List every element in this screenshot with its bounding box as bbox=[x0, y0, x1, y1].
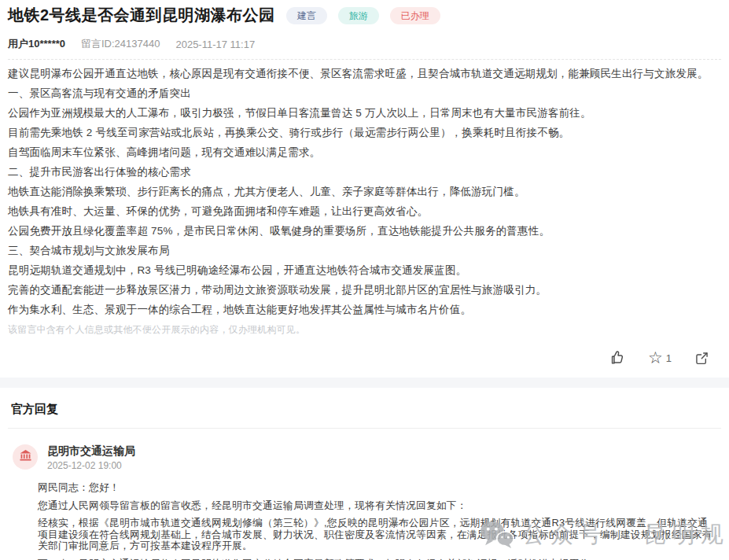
post-title-row: 地铁2号线是否会通到昆明湖瀑布公园 建言 旅游 已办理 bbox=[8, 0, 721, 26]
tag-suggestion[interactable]: 建言 bbox=[286, 7, 327, 24]
tag-tourism[interactable]: 旅游 bbox=[338, 7, 379, 24]
reply-paragraph: 网民同志：您好！ bbox=[38, 482, 718, 494]
page: 地铁2号线是否会通到昆明湖瀑布公园 建言 旅游 已办理 用户10*****0 留… bbox=[0, 0, 729, 560]
star-icon: ☆ bbox=[648, 350, 663, 366]
official-reply-card: 官方回复 昆明市交通运输局 2025-12-02 19:00 bbox=[0, 388, 729, 560]
favorite-count: 1 bbox=[666, 352, 672, 364]
post-actions-row: ☆ 1 bbox=[8, 348, 721, 368]
post-date: 2025-11-17 11:17 bbox=[175, 39, 255, 50]
like-button[interactable] bbox=[609, 349, 626, 367]
post-paragraph: 作为集水利、生态、景观于一体的综合工程，地铁直达能更好地发挥其公益属性与城市名片… bbox=[8, 304, 721, 316]
post-paragraph: 建议昆明瀑布公园开通直达地铁，核心原因是现有交通衔接不便、景区客流需求旺盛，且契… bbox=[8, 68, 721, 80]
favorite-button[interactable]: ☆ 1 bbox=[648, 350, 672, 366]
post-body: 建议昆明瀑布公园开通直达地铁，核心原因是现有交通衔接不便、景区客流需求旺盛，且契… bbox=[8, 68, 721, 337]
divider-dashed bbox=[8, 59, 721, 60]
thumbs-up-icon bbox=[609, 349, 626, 367]
reply-paragraph: 您通过人民网领导留言板的留言收悉，经昆明市交通运输局调查处理，现将有关情况回复如… bbox=[38, 500, 718, 512]
agency-name: 昆明市交通运输局 bbox=[47, 444, 135, 457]
post-paragraph: 昆明远期轨道交通规划中，R3 号线已明确途经瀑布公园，开通直达地铁符合城市交通发… bbox=[8, 264, 721, 277]
post-paragraph: 目前需先乘地铁 2 号线至司家营站或北辰站，再换乘公交、骑行或步行（最远需步行两… bbox=[8, 127, 721, 139]
post-paragraph: 地铁直达能消除换乘繁琐、步行距离长的痛点，尤其方便老人、儿童、亲子家庭等群体出行… bbox=[8, 186, 721, 198]
post-title: 地铁2号线是否会通到昆明湖瀑布公园 bbox=[8, 5, 275, 26]
section-separator bbox=[0, 378, 729, 388]
privacy-note: 该留言中含有个人信息或其他不便公开展示的内容，仅办理机构可见。 bbox=[8, 323, 721, 337]
post-paragraph: 一、景区高客流与现有交通的矛盾突出 bbox=[8, 87, 721, 100]
official-reply-heading: 官方回复 bbox=[8, 388, 721, 428]
post-paragraph: 地铁具有准时、大运量、环保的优势，可避免路面拥堵和停车难题，让出行更高效省心。 bbox=[8, 205, 721, 218]
post-paragraph: 公园免费开放且绿化覆盖率超 75%，是市民日常休闲、吸氧健身的重要场所，直达地铁… bbox=[8, 225, 721, 238]
post-message-id: 留言ID:24137440 bbox=[81, 37, 160, 51]
share-button[interactable] bbox=[694, 350, 710, 367]
reply-date: 2025-12-02 19:00 bbox=[47, 460, 135, 471]
post-paragraph: 公园作为亚洲规模最大的人工瀑布，吸引力极强，节假日单日客流量曾达 5 万人次以上… bbox=[8, 107, 721, 120]
post-paragraph: 二、提升市民游客出行体验的核心需求 bbox=[8, 166, 721, 179]
post-paragraph: 完善的交通配套能进一步释放景区潜力，带动周边文旅资源联动发展，提升昆明北部片区的… bbox=[8, 284, 721, 297]
tag-status-processed: 已办理 bbox=[390, 7, 440, 24]
post-author: 用户10*****0 bbox=[8, 37, 65, 51]
post-card: 地铁2号线是否会通到昆明湖瀑布公园 建言 旅游 已办理 用户10*****0 留… bbox=[0, 0, 729, 368]
reply-body: 网民同志：您好！ 您通过人民网领导留言板的留言收悉，经昆明市交通运输局调查处理，… bbox=[38, 482, 721, 560]
agency-row: 昆明市交通运输局 2025-12-02 19:00 bbox=[13, 444, 721, 471]
government-building-icon bbox=[19, 449, 32, 466]
reply-paragraph: 经核实，根据《昆明市城市轨道交通线网规划修编（第三轮）》,您反映的昆明瀑布公园片… bbox=[38, 518, 718, 552]
avatar bbox=[13, 444, 38, 470]
agency-info: 昆明市交通运输局 2025-12-02 19:00 bbox=[47, 444, 135, 471]
post-meta-row: 用户10*****0 留言ID:24137440 2025-11-17 11:1… bbox=[8, 37, 721, 51]
share-icon bbox=[694, 350, 710, 367]
divider-solid bbox=[8, 428, 721, 429]
post-paragraph: 自驾面临周末车位紧张、高峰拥堵问题，现有交通难以满足需求。 bbox=[8, 146, 721, 159]
post-paragraph: 三、契合城市规划与文旅发展布局 bbox=[8, 245, 721, 257]
